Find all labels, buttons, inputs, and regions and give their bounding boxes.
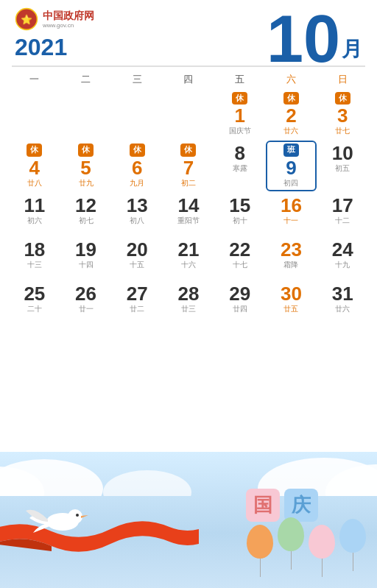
svg-point-6 [103,470,191,496]
day-number: 7 [183,158,194,177]
lunar-label: 廿七 [335,126,350,136]
calendar-grid: 休1国庆节休2廿六休3廿七休4廿八休5廿九休6九月休7初二8寒露班9初四10初五… [0,89,377,324]
day-cell: 18十三 [9,237,60,280]
weekday-label: 四 [163,70,214,89]
day-badge: 休 [130,144,145,156]
day-number: 13 [127,196,148,215]
lunar-label: 十七 [233,260,247,270]
day-cell [111,89,163,139]
day-number: 14 [178,196,200,215]
day-cell: 22十七 [214,237,266,280]
lunar-label: 廿六 [283,126,298,136]
day-cell: 休4廿八 [9,141,60,191]
month-number: 10 [267,6,340,72]
day-number: 30 [281,284,302,303]
lunar-label: 初六 [27,216,42,226]
day-number: 20 [127,240,148,259]
day-cell: 休6九月 [111,141,163,191]
lunar-label: 廿三 [181,304,196,314]
day-cell: 25二十 [9,281,60,324]
day-number: 15 [229,196,250,215]
lunar-label: 二十 [27,304,42,314]
day-number: 3 [337,106,348,125]
gov-name: 中国政府网 www.gov.cn [43,10,94,29]
day-cell: 31廿六 [317,281,368,324]
lunar-label: 初五 [335,163,350,174]
day-cell: 26廿一 [60,281,112,324]
gov-name-main: 中国政府网 [43,10,94,22]
lunar-label: 廿二 [130,304,144,314]
day-cell: 13初八 [111,193,163,235]
day-number: 8 [234,144,244,163]
logo-area: ⭐ 中国政府网 www.gov.cn [15,7,94,31]
day-number: 2 [286,106,296,125]
day-cell: 8寒露 [214,141,266,191]
day-cell: 27廿二 [111,281,163,324]
lunar-label: 霜降 [283,260,298,270]
day-number: 25 [24,284,45,303]
day-cell: 19十四 [60,237,112,280]
month-display: 10 月 [267,6,362,72]
lunar-label: 十五 [130,260,144,270]
day-cell: 11初六 [9,193,60,235]
day-number: 28 [178,284,200,303]
lunar-label: 初七 [79,216,94,226]
day-cell: 29廿四 [214,281,266,324]
day-number: 10 [332,144,353,163]
balloon-3 [309,525,335,577]
day-cell: 班9初四 [266,141,317,191]
weekday-label: 二 [60,70,112,89]
day-number: 24 [332,240,353,259]
day-badge: 休 [78,144,94,156]
lunar-label: 九月 [130,178,144,188]
dove-svg [22,489,96,548]
month-label: 月 [342,35,362,63]
day-number: 22 [229,240,250,259]
day-number: 16 [281,196,302,215]
national-emblem-icon: ⭐ [15,7,38,31]
balloons-area [247,517,366,577]
day-badge: 休 [335,92,350,105]
day-number: 19 [75,240,96,259]
lunar-label: 初四 [283,178,298,188]
day-cell: 16十一 [266,193,317,235]
day-number: 17 [332,196,353,215]
svg-point-9 [76,514,79,517]
day-number: 4 [29,158,40,177]
day-cell: 30廿五 [266,281,317,324]
day-cell: 12初七 [60,193,112,235]
day-cell: 14重阳节 [163,193,214,235]
day-cell: 休3廿七 [317,89,368,139]
lunar-label: 十二 [335,216,350,226]
lunar-label: 十四 [79,260,94,270]
day-cell: 休2廿六 [266,89,317,139]
lunar-label: 初八 [130,216,144,226]
day-number: 26 [75,284,96,303]
day-cell: 休1国庆节 [214,89,266,139]
day-badge: 班 [283,144,299,156]
day-cell: 休5廿九 [60,141,112,191]
day-cell: 10初五 [317,141,368,191]
lunar-label: 十六 [181,260,196,270]
day-cell [163,89,214,139]
day-number: 5 [80,158,91,177]
svg-text:⭐: ⭐ [21,14,32,26]
day-number: 11 [24,196,45,215]
day-number: 23 [281,240,302,259]
day-cell [60,89,112,139]
day-cell: 20十五 [111,237,163,280]
lunar-label: 廿四 [233,304,247,314]
lunar-label: 重阳节 [177,216,200,226]
lunar-label: 国庆节 [229,126,251,136]
svg-point-8 [68,509,82,524]
day-cell: 15初十 [214,193,266,235]
day-number: 9 [286,158,296,177]
lunar-label: 廿八 [27,178,42,188]
weekday-label: 一 [9,70,60,89]
day-cell: 23霜降 [266,237,317,280]
day-number: 18 [24,240,45,259]
lunar-label: 十一 [283,216,298,226]
day-badge: 休 [232,92,247,105]
day-number: 27 [127,284,148,303]
day-cell: 17十二 [317,193,368,235]
